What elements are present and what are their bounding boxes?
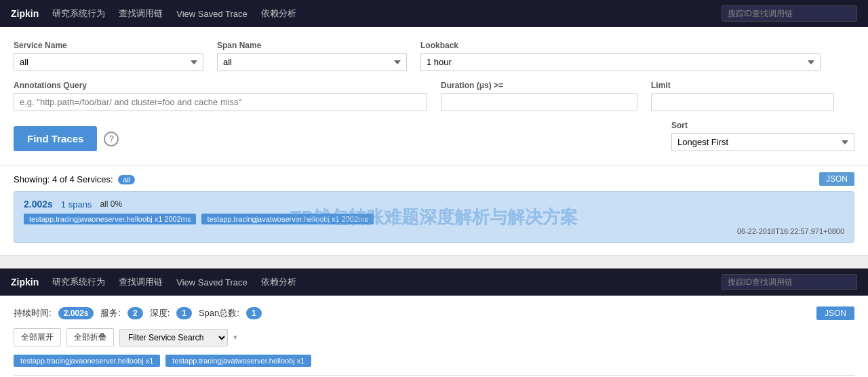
bottom-nav-link-1[interactable]: 研究系统行为 (52, 276, 105, 288)
detail-service-tags: testapp.tracingjavaoneserver.helloobj x1… (14, 355, 854, 367)
duration-input[interactable] (441, 93, 637, 111)
depth-detail-label: 深度: (150, 307, 170, 319)
results-container: TP钱包转账难题深度解析与解决方案 2.002s 1 spans all 0% … (14, 191, 854, 243)
depth-detail-value: 1 (176, 307, 192, 319)
duration-detail-label: 持续时间: (14, 307, 52, 319)
trace-card-header: 2.002s 1 spans all 0% (24, 199, 844, 210)
limit-group: Limit 10 (651, 81, 834, 111)
trace-detail: 持续时间: 2.002s 服务: 2 深度: 1 Span总数: 1 JSON … (0, 296, 868, 377)
service-name-label: Service Name (14, 41, 203, 50)
help-icon[interactable]: ? (104, 132, 119, 146)
trace-timestamp: 06-22-2018T16:22:57.971+0800 (24, 227, 844, 235)
results-meta: Showing: 4 of 4 Services: all (14, 174, 135, 184)
bottom-search-input[interactable] (722, 274, 857, 290)
bottom-nav-link-3[interactable]: View Saved Trace (176, 277, 248, 287)
trace-duration: 2.002s (24, 199, 53, 210)
bottom-nav-link-2[interactable]: 查找调用链 (119, 276, 163, 288)
services-detail-value: 2 (127, 307, 143, 319)
top-search-input[interactable] (722, 5, 857, 22)
sort-select[interactable]: Longest First Newest First (671, 133, 854, 151)
search-form: Service Name all Span Name all Lookback … (0, 27, 868, 165)
detail-service-tag-1[interactable]: testapp.tracingjavatwoserver.helloobj x1 (165, 355, 311, 367)
service-name-group: Service Name all (14, 41, 203, 71)
sort-group: Sort Longest First Newest First (671, 121, 854, 151)
annotations-group: Annotations Query (14, 81, 427, 111)
top-nav-link-2[interactable]: 查找调用链 (119, 7, 163, 20)
top-nav-link-4[interactable]: 依赖分析 (261, 7, 296, 20)
form-row-3: Find Traces ? Sort Longest First Newest … (14, 121, 854, 151)
trace-spans: 1 spans (61, 199, 92, 210)
top-section: Zipkin 研究系统行为 查找调用链 View Saved Trace 依赖分… (0, 0, 868, 255)
span-name-select[interactable]: all (217, 53, 407, 71)
sort-label: Sort (671, 121, 854, 130)
results-header: Showing: 4 of 4 Services: all JSON (14, 172, 854, 186)
top-brand: Zipkin (11, 8, 39, 19)
detail-service-tag-0[interactable]: testapp.tracingjavaoneserver.helloobj x1 (14, 355, 160, 367)
find-traces-button[interactable]: Find Traces (14, 126, 97, 151)
json-button-detail[interactable]: JSON (816, 306, 854, 320)
annotations-input[interactable] (14, 93, 427, 111)
filter-dropdown-icon: ▾ (233, 333, 237, 342)
service-name-select[interactable]: all (14, 53, 203, 71)
section-divider (0, 255, 868, 269)
limit-input[interactable]: 10 (651, 93, 834, 111)
span-name-group: Span Name all (217, 41, 407, 71)
annotations-label: Annotations Query (14, 81, 427, 90)
bottom-brand: Zipkin (11, 277, 39, 287)
find-traces-row: Find Traces ? (14, 126, 119, 151)
detail-controls: 全部展开 全部折叠 Filter Service Search ▾ (14, 328, 854, 346)
duration-detail-value: 2.002s (58, 307, 94, 319)
services-detail-label: 服务: (100, 307, 121, 319)
expand-all-button[interactable]: 全部展开 (14, 328, 61, 346)
trace-tag-1[interactable]: testapp.tracingjavatwoserver.helloobj x1… (201, 214, 373, 224)
json-button-top[interactable]: JSON (819, 172, 854, 186)
form-row-2: Annotations Query Duration (μs) >= Limit… (14, 81, 854, 111)
top-nav-link-3[interactable]: View Saved Trace (176, 9, 248, 19)
lookback-group: Lookback 1 hour 2 hours 6 hours 1 day 7 … (420, 41, 821, 71)
bottom-navbar: Zipkin 研究系统行为 查找调用链 View Saved Trace 依赖分… (0, 269, 868, 296)
collapse-all-button[interactable]: 全部折叠 (66, 328, 114, 346)
form-row-1: Service Name all Span Name all Lookback … (14, 41, 854, 71)
lookback-label: Lookback (420, 41, 821, 50)
limit-label: Limit (651, 81, 834, 90)
lookback-select[interactable]: 1 hour 2 hours 6 hours 1 day 7 days (420, 53, 821, 71)
trace-tags: testapp.tracingjavaoneserver.helloobj x1… (24, 214, 844, 224)
services-label: Services: (77, 174, 113, 184)
service-filter-select[interactable]: Filter Service Search (119, 329, 228, 346)
bottom-nav-link-4[interactable]: 依赖分析 (261, 276, 296, 288)
trace-card[interactable]: 2.002s 1 spans all 0% testapp.tracingjav… (14, 191, 854, 243)
duration-label: Duration (μs) >= (441, 81, 637, 90)
bottom-section: Zipkin 研究系统行为 查找调用链 View Saved Trace 依赖分… (0, 269, 868, 377)
top-navbar: Zipkin 研究系统行为 查找调用链 View Saved Trace 依赖分… (0, 0, 868, 27)
results-section: Showing: 4 of 4 Services: all JSON TP钱包转… (0, 165, 868, 255)
spans-detail-label: Span总数: (199, 307, 239, 319)
top-nav-link-1[interactable]: 研究系统行为 (52, 7, 105, 20)
services-badge: all (118, 175, 135, 184)
duration-group: Duration (μs) >= (441, 81, 637, 111)
span-name-label: Span Name (217, 41, 407, 50)
trace-tag-0[interactable]: testapp.tracingjavaoneserver.helloobj x1… (24, 214, 196, 224)
spans-detail-value: 1 (246, 307, 262, 319)
trace-detail-header: 持续时间: 2.002s 服务: 2 深度: 1 Span总数: 1 JSON (14, 306, 854, 320)
trace-error: all 0% (100, 199, 122, 209)
showing-text: Showing: 4 of 4 (14, 174, 75, 184)
